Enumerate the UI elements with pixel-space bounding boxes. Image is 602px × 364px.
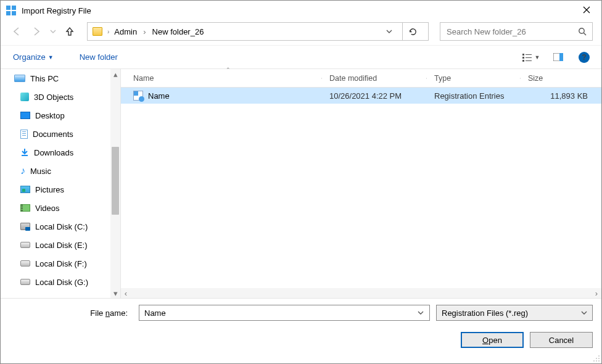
svg-rect-7 (522, 57, 524, 59)
svg-rect-1 (12, 6, 16, 10)
music-icon: ♪ (20, 167, 25, 175)
back-button[interactable] (9, 24, 24, 39)
breadcrumb-segment[interactable]: Admin (114, 27, 137, 36)
tree-item-label: Local Disk (C:) (35, 222, 88, 231)
search-input[interactable] (445, 27, 577, 37)
file-name-cell: Name (121, 91, 322, 101)
tree-item-label: Local Disk (E:) (35, 241, 88, 250)
tree-item-label: Music (30, 167, 51, 176)
regedit-app-icon (6, 5, 17, 16)
svg-point-14 (598, 355, 600, 357)
file-rows: Name 10/26/2021 4:22 PM Registration Ent… (121, 88, 601, 288)
search-box[interactable] (440, 22, 593, 41)
desktop-icon (20, 112, 30, 119)
help-button[interactable]: ? (575, 49, 593, 66)
tree-item-local-disk-e[interactable]: Local Disk (E:) (1, 236, 120, 254)
svg-rect-9 (522, 60, 524, 62)
tree-item-label: Documents (33, 130, 73, 139)
nav-row: › Admin › New folder_26 (1, 20, 601, 45)
file-list-pane: ⌃ Name Date modified Type Size Name (121, 69, 601, 298)
scroll-left-icon[interactable]: ‹ (121, 288, 131, 298)
cube-icon (20, 93, 29, 101)
breadcrumb-segment[interactable]: New folder_26 (152, 27, 204, 36)
filename-dropdown[interactable] (416, 305, 426, 320)
file-row[interactable]: Name 10/26/2021 4:22 PM Registration Ent… (121, 88, 601, 104)
column-header-date[interactable]: Date modified (322, 74, 427, 83)
svg-rect-3 (12, 11, 16, 15)
filter-label: Registration Files (*.reg) (442, 308, 577, 318)
up-button[interactable] (62, 24, 77, 39)
tree-item-music[interactable]: ♪ Music (1, 162, 120, 180)
command-bar: Organize ▼ New folder ▼ ? (1, 45, 601, 68)
tree-item-local-disk-g[interactable]: Local Disk (G:) (1, 273, 120, 291)
tree-item-local-disk-c[interactable]: Local Disk (C:) (1, 217, 120, 236)
forward-button[interactable] (29, 24, 44, 39)
folder-icon (93, 27, 102, 36)
svg-point-18 (596, 360, 597, 362)
tree-item-videos[interactable]: Videos (1, 199, 120, 217)
tree-item-this-pc[interactable]: This PC (1, 69, 120, 88)
svg-point-17 (593, 360, 595, 362)
tree-item-local-disk-f[interactable]: Local Disk (F:) (1, 254, 120, 273)
tree-item-3d-objects[interactable]: 3D Objects (1, 88, 120, 106)
tree-scrollbar[interactable]: ▴ ▾ (110, 69, 120, 298)
organize-label: Organize (13, 52, 46, 62)
search-icon[interactable] (577, 27, 587, 36)
scrollbar-thumb[interactable] (112, 147, 119, 215)
computer-icon (14, 75, 25, 82)
tree-item-downloads[interactable]: Downloads (1, 143, 120, 162)
svg-point-16 (598, 358, 600, 359)
resize-grip[interactable] (593, 355, 600, 362)
navigation-tree[interactable]: This PC 3D Objects Desktop Documents Dow… (1, 69, 121, 298)
address-dropdown[interactable] (385, 27, 394, 36)
title-bar: Import Registry File (1, 1, 601, 20)
tree-item-desktop[interactable]: Desktop (1, 106, 120, 125)
file-date: 10/26/2021 4:22 PM (322, 91, 427, 101)
tree-item-pictures[interactable]: Pictures (1, 180, 120, 199)
file-name: Name (148, 91, 170, 101)
svg-rect-10 (526, 60, 532, 61)
close-button[interactable] (573, 1, 600, 19)
scroll-right-icon[interactable]: › (592, 288, 601, 298)
filename-input[interactable] (143, 308, 416, 318)
download-icon (20, 148, 29, 157)
filename-combobox[interactable] (139, 305, 430, 321)
organize-menu[interactable]: Organize ▼ (9, 50, 57, 64)
window-title: Import Registry File (22, 6, 91, 15)
svg-rect-13 (22, 155, 28, 156)
scroll-down-icon[interactable]: ▾ (110, 288, 120, 298)
disk-icon (20, 279, 30, 285)
svg-rect-5 (522, 54, 524, 56)
address-bar[interactable]: › Admin › New folder_26 (87, 22, 429, 41)
cancel-button[interactable]: Cancel (530, 332, 593, 348)
disk-icon (20, 242, 30, 248)
refresh-button[interactable] (402, 22, 423, 41)
tree-item-documents[interactable]: Documents (1, 125, 120, 143)
disk-icon (20, 223, 30, 230)
recent-locations-dropdown[interactable] (49, 24, 57, 39)
document-icon (20, 130, 28, 139)
sort-ascending-icon: ⌃ (226, 67, 231, 73)
svg-rect-0 (6, 6, 10, 10)
new-folder-label: New folder (80, 52, 118, 62)
column-header-name[interactable]: Name (121, 74, 322, 83)
scroll-up-icon[interactable]: ▴ (110, 69, 120, 79)
chevron-right-icon: › (142, 27, 147, 36)
footer: File name: Registration Files (*.reg) Op… (1, 298, 601, 357)
view-options-button[interactable]: ▼ (519, 49, 543, 66)
file-type-filter[interactable]: Registration Files (*.reg) (436, 305, 593, 321)
tree-item-label: Pictures (35, 185, 64, 194)
tree-item-label: 3D Objects (34, 93, 73, 102)
caret-down-icon: ▼ (535, 54, 540, 60)
column-header-size[interactable]: Size (521, 74, 601, 83)
svg-point-19 (598, 360, 600, 362)
new-folder-button[interactable]: New folder (76, 50, 122, 64)
svg-rect-6 (526, 54, 532, 55)
svg-point-4 (579, 28, 584, 33)
column-header-type[interactable]: Type (427, 74, 521, 83)
preview-pane-button[interactable] (550, 49, 567, 66)
horizontal-scrollbar[interactable]: ‹ › (121, 288, 601, 298)
videos-icon (20, 204, 30, 212)
body: This PC 3D Objects Desktop Documents Dow… (1, 68, 601, 298)
open-button[interactable]: Open (461, 332, 524, 348)
